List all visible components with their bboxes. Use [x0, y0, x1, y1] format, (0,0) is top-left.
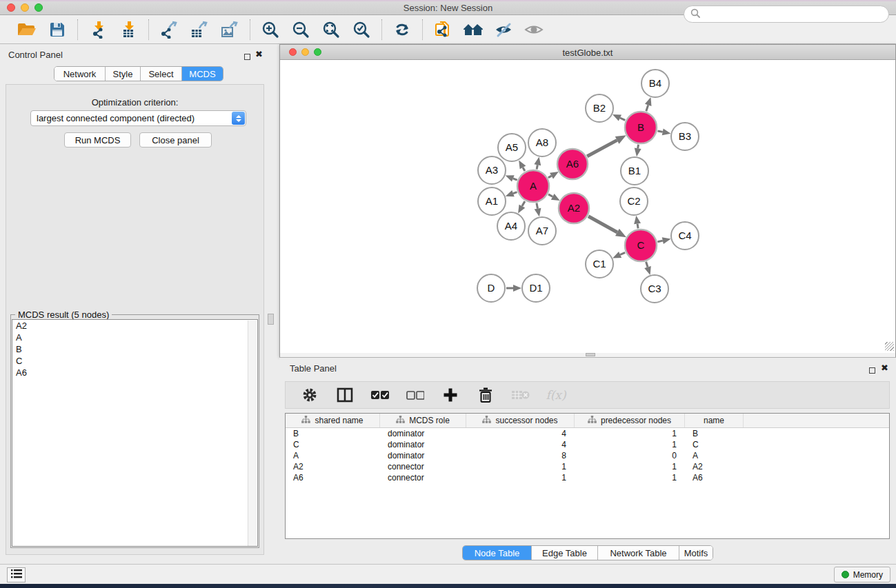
edge-A6-B[interactable]	[587, 140, 617, 156]
search-input[interactable]	[684, 6, 889, 23]
table-row[interactable]: A6connector11A6	[286, 472, 889, 483]
export-table-icon[interactable]	[189, 19, 210, 40]
memory-button[interactable]: Memory	[834, 567, 890, 582]
table-cell[interactable]: 1	[575, 472, 685, 483]
close-panel-icon[interactable]: ✖	[255, 49, 263, 59]
column-header-MCDS-role[interactable]: MCDS role	[380, 414, 466, 427]
edge-A-A2[interactable]	[548, 194, 552, 196]
table-cell[interactable]: dominator	[380, 439, 466, 450]
export-image-icon[interactable]	[219, 19, 240, 40]
table-cell[interactable]: 1	[466, 472, 575, 483]
run-mcds-button[interactable]: Run MCDS	[64, 132, 131, 148]
hscroll-thumb[interactable]	[586, 353, 595, 356]
homes-icon[interactable]	[463, 19, 484, 40]
table-row[interactable]: Adominator80A	[286, 450, 889, 461]
eye-icon[interactable]	[524, 19, 544, 40]
zoom-selected-icon[interactable]	[351, 19, 372, 40]
float-panel-icon[interactable]	[244, 50, 250, 63]
edge-B-B3[interactable]	[658, 131, 663, 132]
table-cell[interactable]: A	[286, 450, 380, 461]
zoom-in-icon[interactable]	[260, 19, 281, 40]
refresh-icon[interactable]	[392, 19, 412, 40]
tab-mcds[interactable]: MCDS	[182, 67, 223, 81]
table-cell[interactable]: A6	[286, 472, 380, 483]
edge-A-A4[interactable]	[522, 201, 525, 206]
column-header-predecessor-nodes[interactable]: predecessor nodes	[575, 414, 685, 427]
result-item[interactable]: A2	[12, 320, 257, 332]
tab-network[interactable]: Network	[54, 67, 106, 81]
result-scrollbar[interactable]	[248, 321, 257, 547]
save-floppy-icon[interactable]	[47, 19, 68, 40]
add-row-icon[interactable]	[440, 385, 461, 405]
result-item[interactable]: A6	[12, 367, 257, 378]
network-canvas[interactable]: AA1A2A3A4A5A6A7A8BB1B2B3B4CC1C2C3C4DD1	[281, 60, 895, 353]
table-cell[interactable]: 8	[466, 450, 575, 461]
edge-C-C1[interactable]	[620, 252, 625, 254]
result-item[interactable]: B	[12, 343, 257, 355]
table-cell[interactable]: dominator	[380, 428, 466, 439]
table-cell[interactable]: C	[685, 439, 744, 450]
gear-icon[interactable]	[299, 385, 320, 405]
import-network-icon[interactable]	[88, 19, 108, 40]
table-cell[interactable]: 4	[466, 428, 575, 439]
table-float-panel-icon[interactable]	[869, 364, 875, 376]
edge-C-C4[interactable]	[657, 241, 662, 242]
table-cell[interactable]: 4	[466, 439, 575, 450]
table-cell[interactable]: 1	[466, 461, 575, 472]
hide-details-icon[interactable]	[493, 19, 514, 40]
edge-B-B4[interactable]	[646, 105, 648, 111]
edge-C-C2[interactable]	[637, 224, 638, 229]
window-resize-grip[interactable]	[885, 342, 894, 351]
edge-A-A3[interactable]	[513, 179, 517, 180]
edge-C-C3[interactable]	[646, 262, 648, 267]
open-folder-icon[interactable]	[17, 19, 37, 40]
tab-select[interactable]: Select	[141, 67, 182, 81]
edge-A-A1[interactable]	[513, 192, 517, 194]
table-cell[interactable]: C	[286, 439, 380, 450]
tab-network-table[interactable]: Network Table	[598, 546, 679, 560]
table-cell[interactable]: A2	[685, 461, 744, 472]
table-row[interactable]: Bdominator41B	[286, 428, 889, 439]
export-network-icon[interactable]	[159, 19, 179, 40]
tab-edge-table[interactable]: Edge Table	[532, 546, 598, 560]
delete-row-icon[interactable]	[475, 385, 496, 405]
table-cell[interactable]: 1	[575, 461, 685, 472]
edge-A2-C[interactable]	[588, 216, 617, 232]
table-cell[interactable]: dominator	[380, 450, 466, 461]
result-item[interactable]: A	[12, 332, 257, 343]
table-cell[interactable]: 1	[575, 439, 685, 450]
edge-B-B1[interactable]	[638, 145, 639, 149]
optimization-criterion-dropdown[interactable]: largest connected component (directed)	[30, 110, 246, 126]
tab-motifs[interactable]: Motifs	[679, 546, 713, 560]
column-header-name[interactable]: name	[685, 414, 744, 427]
table-cell[interactable]: A	[685, 450, 744, 461]
table-cell[interactable]: 0	[575, 450, 685, 461]
tab-node-table[interactable]: Node Table	[463, 546, 532, 560]
table-cell[interactable]: A2	[286, 461, 380, 472]
table-cell[interactable]: B	[286, 428, 380, 439]
table-row[interactable]: Cdominator41C	[286, 439, 889, 450]
edge-A-A6[interactable]	[548, 176, 552, 178]
table-row[interactable]: A2connector11A2	[286, 461, 889, 472]
close-panel-button[interactable]: Close panel	[139, 132, 212, 148]
tab-style[interactable]: Style	[106, 67, 141, 81]
table-cell[interactable]: connector	[380, 461, 466, 472]
zoom-fit-icon[interactable]	[321, 19, 341, 40]
table-cell[interactable]: B	[685, 428, 744, 439]
result-item[interactable]: C	[12, 355, 257, 367]
table-close-panel-icon[interactable]: ✖	[881, 363, 888, 373]
edge-A-A5[interactable]	[523, 168, 525, 171]
table-cell[interactable]: A6	[685, 472, 744, 483]
table-cell[interactable]: connector	[380, 472, 466, 483]
select-all-icon[interactable]	[370, 385, 390, 405]
split-divider-handle[interactable]	[268, 314, 274, 325]
table-cell[interactable]: 1	[575, 428, 685, 439]
column-header-successor-nodes[interactable]: successor nodes	[466, 414, 575, 427]
columns-icon[interactable]	[335, 385, 355, 405]
zoom-out-icon[interactable]	[290, 19, 311, 40]
edge-A-A8[interactable]	[537, 165, 537, 169]
column-header-shared-name[interactable]: shared name	[286, 414, 380, 427]
edge-B-B2[interactable]	[620, 118, 625, 120]
deselect-all-icon[interactable]	[405, 385, 426, 405]
import-table-icon[interactable]	[118, 19, 139, 40]
